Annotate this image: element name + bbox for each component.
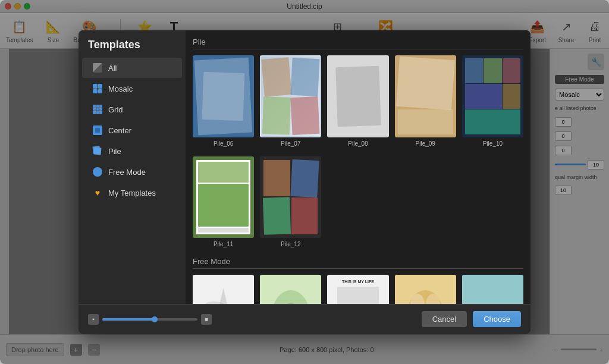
free01-thumb[interactable]: [193, 275, 254, 304]
choose-button[interactable]: Choose: [473, 311, 521, 327]
nav-freemode-label: Free Mode: [108, 168, 146, 177]
pile11-thumb[interactable]: [193, 156, 254, 239]
template-pile10[interactable]: Pile_10: [462, 55, 523, 147]
mosaic-icon: [92, 83, 103, 95]
pile09-thumb[interactable]: [395, 55, 456, 137]
template-free03[interactable]: THIS IS MY LIFE Free Mode_03: [327, 275, 388, 304]
dialog-zoom-thumb[interactable]: [152, 316, 158, 322]
sidebar-item-pile[interactable]: Pile: [82, 141, 182, 161]
center-icon: [92, 124, 103, 136]
pile07-label: Pile_07: [281, 140, 300, 147]
sidebar-item-mytemplates[interactable]: ♥ My Templates: [82, 183, 182, 203]
dialog-sidebar: Templates All: [79, 30, 186, 304]
template-dialog: Templates All: [79, 30, 530, 334]
free02-thumb[interactable]: [260, 275, 321, 304]
template-pile11[interactable]: Pile_11: [193, 156, 254, 248]
pile06-thumb[interactable]: [193, 55, 254, 137]
template-pile06[interactable]: Pile_06: [193, 55, 254, 147]
template-free04[interactable]: Free Mode_04: [395, 275, 456, 304]
pile08-thumb[interactable]: [327, 55, 388, 137]
free05-thumb[interactable]: B BAUZIFUL: [462, 275, 523, 304]
app-window: Untitled.cip 📋 Templates 📐 Size 🎨 Backgr…: [0, 0, 609, 364]
modal-overlay: Templates All: [0, 0, 609, 364]
dialog-body: Templates All: [79, 30, 530, 304]
free03-thumb[interactable]: THIS IS MY LIFE: [327, 275, 388, 304]
sidebar-item-mosaic[interactable]: Mosaic: [82, 79, 182, 99]
nav-mytemplates-label: My Templates: [108, 189, 156, 197]
pile-section-label: Pile: [193, 37, 523, 49]
dialog-title: Templates: [79, 36, 186, 57]
dialog-zoom-fill: [102, 318, 155, 321]
pile-icon: [92, 145, 103, 157]
nav-pile-label: Pile: [108, 147, 121, 156]
freemode-icon: [92, 166, 103, 178]
template-pile09[interactable]: Pile_09: [395, 55, 456, 147]
nav-grid-label: Grid: [108, 105, 123, 114]
pile07-thumb[interactable]: [260, 55, 321, 137]
pile10-label: Pile_10: [483, 140, 503, 147]
cancel-button[interactable]: Cancel: [422, 311, 467, 327]
zoom-small-icon: ▪: [88, 314, 99, 325]
template-free01[interactable]: Free Mode_01: [193, 275, 254, 304]
template-pile07[interactable]: Pile_07: [260, 55, 321, 147]
heart-nav-icon: ♥: [92, 187, 103, 199]
sidebar-item-all[interactable]: All: [82, 58, 182, 78]
zoom-large-icon: ■: [201, 314, 212, 325]
template-free02[interactable]: Free Mode_02: [260, 275, 321, 304]
pile10-thumb[interactable]: [462, 55, 523, 137]
pile09-label: Pile_09: [416, 140, 435, 147]
dialog-buttons: Cancel Choose: [422, 311, 521, 327]
grid-icon: [92, 103, 103, 115]
pile12-label: Pile_12: [281, 241, 300, 247]
nav-mosaic-label: Mosaic: [108, 84, 133, 93]
all-icon: [92, 62, 103, 74]
pile06-label: Pile_06: [214, 140, 233, 147]
dialog-zoom-track[interactable]: [102, 318, 197, 321]
nav-all-label: All: [108, 64, 117, 73]
pile12-thumb[interactable]: [260, 156, 321, 239]
sidebar-item-center[interactable]: Center: [82, 120, 182, 140]
pile11-label: Pile_11: [214, 241, 233, 247]
freemode-section-label: Free Mode: [193, 257, 523, 269]
template-pile12[interactable]: Pile_12: [260, 156, 321, 248]
dialog-footer: ▪ ■ Cancel Choose: [79, 304, 530, 334]
free04-thumb[interactable]: [395, 275, 456, 304]
nav-center-label: Center: [108, 126, 131, 135]
dialog-zoom-bar: ▪ ■: [88, 314, 212, 325]
template-free05[interactable]: B BAUZIFUL Free Mode_05: [462, 275, 523, 304]
pile-template-grid: Pile_06 Pile_07: [193, 55, 523, 147]
dialog-content: Pile Pile_06: [186, 30, 530, 304]
sidebar-item-grid[interactable]: Grid: [82, 99, 182, 120]
pile08-label: Pile_08: [348, 140, 368, 147]
pile-template-grid-2: Pile_11 Pile_12: [193, 156, 523, 248]
template-pile08[interactable]: Pile_08: [327, 55, 388, 147]
sidebar-item-freemode[interactable]: Free Mode: [82, 162, 182, 182]
freemode-template-grid: Free Mode_01 Free Mode_02: [193, 275, 523, 304]
